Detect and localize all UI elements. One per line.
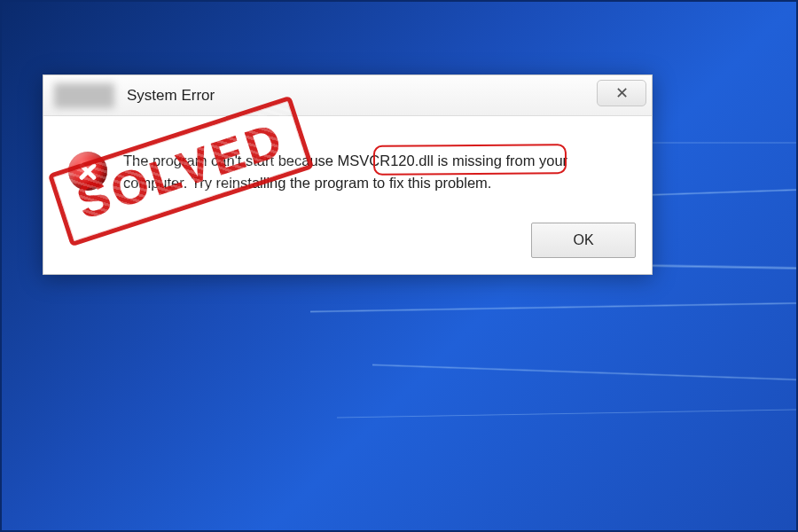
system-error-dialog: System Error ✕ The program can't start b… xyxy=(43,74,653,275)
close-icon: ✕ xyxy=(615,83,629,103)
message-text-post: from your xyxy=(502,153,567,168)
dialog-footer: OK xyxy=(43,214,652,274)
close-button[interactable]: ✕ xyxy=(597,80,646,106)
dialog-title: System Error xyxy=(127,87,215,105)
message-text-pre: The program can't start because xyxy=(123,153,338,168)
dialog-body: The program can't start because MSVCR120… xyxy=(43,116,652,214)
message-line2: computer. Try reinstalling the program t… xyxy=(123,175,491,191)
message-highlight-text: MSVCR120.dll is missing xyxy=(338,153,502,168)
ok-button[interactable]: OK xyxy=(531,223,636,258)
error-message: The program can't start because MSVCR120… xyxy=(123,150,567,194)
dialog-titlebar[interactable]: System Error ✕ xyxy=(43,75,652,116)
error-icon xyxy=(68,152,107,191)
app-icon xyxy=(54,83,114,108)
